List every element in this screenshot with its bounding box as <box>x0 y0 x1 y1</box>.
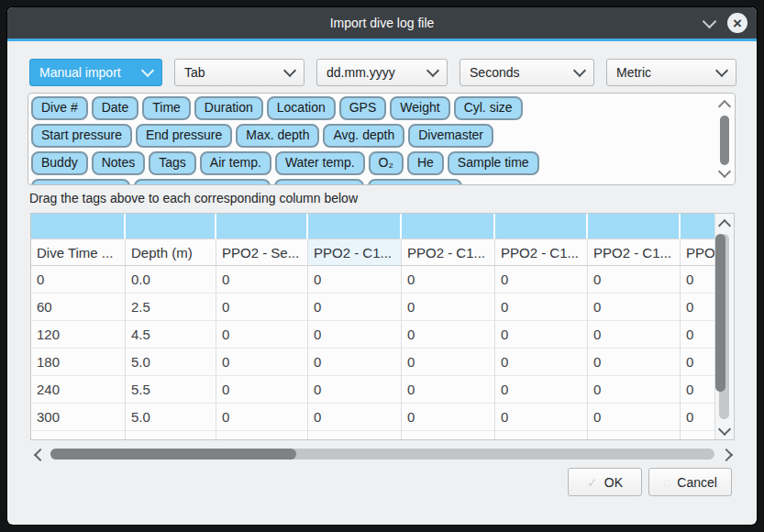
table-cell <box>681 431 715 439</box>
drop-target-cell[interactable] <box>126 214 216 239</box>
scroll-up-icon[interactable] <box>718 219 731 232</box>
table-cell: 0 <box>31 266 126 294</box>
table-cell: 0 <box>495 349 588 376</box>
scrollbar-thumb[interactable] <box>715 234 725 392</box>
field-separator-combobox[interactable]: Tab <box>174 59 304 86</box>
drop-target-cell[interactable] <box>588 214 681 239</box>
tag-date[interactable]: Date <box>92 96 139 120</box>
tag-weight[interactable]: Weight <box>390 96 449 120</box>
tag-water-temp[interactable]: Water temp. <box>275 151 365 175</box>
table-cell: 0 <box>402 294 495 321</box>
tag-o2[interactable]: O₂ <box>369 151 404 175</box>
tag-sample-temperature[interactable]: Sample temperature <box>134 179 271 185</box>
scroll-right-icon[interactable] <box>720 449 733 461</box>
scroll-up-icon[interactable] <box>718 100 731 113</box>
tag-avg-depth[interactable]: Avg. depth <box>323 124 404 148</box>
table-row: 180 5.0 0 0 0 0 0 0 <box>31 349 715 376</box>
column-header[interactable]: PPO2 - Se... <box>216 239 308 266</box>
cancel-button[interactable]: ◌ Cancel <box>648 468 732 496</box>
tag-cyl-size[interactable]: Cyl. size <box>454 96 523 120</box>
tag-notes[interactable]: Notes <box>92 151 146 175</box>
chevron-down-icon <box>426 64 439 77</box>
table-cell: 0 <box>308 294 402 321</box>
tag-sample-depth[interactable]: Sample depth <box>31 179 130 185</box>
tag-sample-po2[interactable]: Sample pO₂ <box>274 179 363 185</box>
column-header[interactable]: Depth (m) <box>126 239 216 266</box>
table-cell: 2.5 <box>126 294 216 321</box>
table-cell: 4.5 <box>126 321 216 349</box>
drop-target-cell[interactable] <box>495 214 588 239</box>
duration-format-combobox[interactable]: Seconds <box>460 59 594 86</box>
table-horizontal-scrollbar[interactable] <box>30 446 735 462</box>
column-header[interactable]: PPO2 - C1... <box>588 239 681 266</box>
scrollbar-thumb[interactable] <box>50 449 296 460</box>
tag-max-depth[interactable]: Max. depth <box>236 124 319 148</box>
column-header[interactable]: Dive Time ... <box>31 239 126 266</box>
accent-line <box>7 39 757 41</box>
table-cell: 0 <box>308 321 402 349</box>
table-cell: 0 <box>588 349 681 376</box>
tag-he[interactable]: He <box>407 151 444 175</box>
table-cell: 0 <box>495 376 588 404</box>
titlebar[interactable]: Import dive log file × <box>7 7 757 39</box>
table-cell: 0 <box>216 404 308 431</box>
tag-pool: Dive # Date Time Duration Location GPS W… <box>28 93 736 185</box>
column-header[interactable]: PPO2 - C1... <box>402 239 495 266</box>
table-cell: 0 <box>402 266 495 294</box>
table-cell: 120 <box>31 321 126 349</box>
import-mode-combobox[interactable]: Manual import <box>29 59 162 86</box>
table-cell: 0 <box>402 404 495 431</box>
table-cell: 0 <box>308 376 402 404</box>
table-vertical-scrollbar[interactable] <box>714 214 734 439</box>
column-header[interactable]: PPO2 - C1... <box>495 239 588 266</box>
scroll-down-icon[interactable] <box>718 165 731 178</box>
column-header[interactable]: PPO2 - C1... <box>308 239 402 266</box>
cancel-circle-icon: ◌ <box>663 475 670 490</box>
tag-air-temp[interactable]: Air temp. <box>200 151 271 175</box>
tag-location[interactable]: Location <box>267 96 336 120</box>
table-cell <box>126 431 216 439</box>
tag-buddy[interactable]: Buddy <box>31 151 88 175</box>
table-cell: 0 <box>216 266 308 294</box>
chevron-down-icon <box>141 64 154 77</box>
date-format-combobox[interactable]: dd.mm.yyyy <box>316 59 448 86</box>
tag-divemaster[interactable]: Divemaster <box>408 124 493 148</box>
tag-pool-vertical-scrollbar[interactable] <box>716 95 733 183</box>
drop-target-cell[interactable] <box>308 214 402 239</box>
scrollbar-track[interactable] <box>50 449 714 460</box>
units-combobox[interactable]: Metric <box>606 59 736 86</box>
tag-sample-time[interactable]: Sample time <box>448 151 539 175</box>
scroll-down-icon[interactable] <box>718 423 731 436</box>
import-dialog: Import dive log file × Manual import Tab… <box>7 7 757 525</box>
table-cell: 0 <box>681 349 715 376</box>
tag-row: Buddy Notes Tags Air temp. Water temp. O… <box>31 151 714 175</box>
tag-time[interactable]: Time <box>142 96 191 120</box>
tag-start-pressure[interactable]: Start pressure <box>31 124 132 148</box>
drop-target-cell[interactable] <box>402 214 495 239</box>
table-cell: 0 <box>681 294 715 321</box>
table-cell: 180 <box>31 349 126 376</box>
drop-target-cell[interactable] <box>681 214 715 239</box>
scrollbar-thumb[interactable] <box>720 116 729 165</box>
table-cell: 5.0 <box>126 404 216 431</box>
ok-button[interactable]: ✓ OK <box>568 468 642 496</box>
tag-dive-number[interactable]: Dive # <box>31 96 88 120</box>
close-button[interactable]: × <box>727 13 747 33</box>
ok-label: OK <box>604 475 623 490</box>
table-cell: 0 <box>402 376 495 404</box>
import-preview-table: Dive Time ... Depth (m) PPO2 - Se... PPO… <box>30 213 735 440</box>
date-format-value: dd.mm.yyyy <box>327 65 395 80</box>
tag-tags[interactable]: Tags <box>149 151 196 175</box>
window-title: Import dive log file <box>330 16 435 30</box>
drop-target-cell[interactable] <box>216 214 308 239</box>
column-header[interactable]: PPO2 <box>681 239 715 266</box>
tag-gps[interactable]: GPS <box>339 96 387 120</box>
titlebar-menu-chevron-icon[interactable] <box>703 14 717 28</box>
units-value: Metric <box>616 65 651 80</box>
scroll-left-icon[interactable] <box>34 449 47 461</box>
tag-end-pressure[interactable]: End pressure <box>136 124 232 148</box>
drop-target-cell[interactable] <box>31 214 126 239</box>
tag-duration[interactable]: Duration <box>194 96 263 120</box>
table-cell <box>216 431 308 439</box>
tag-sample-cns[interactable]: Sample CNS <box>368 179 462 185</box>
